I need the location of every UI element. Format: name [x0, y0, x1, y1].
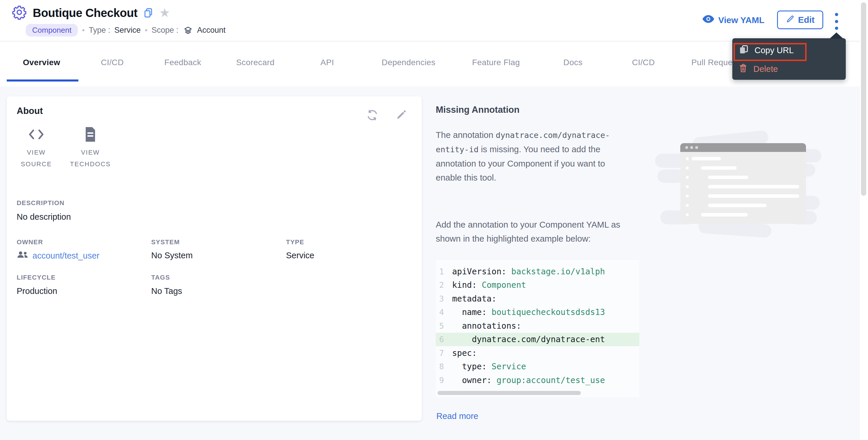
read-more-link[interactable]: Read more [436, 411, 478, 421]
type-label: Type : [89, 26, 111, 35]
tags-label: TAGS [151, 274, 170, 281]
page-title: Boutique Checkout [33, 6, 137, 20]
kind-badge: Component [26, 24, 78, 36]
pencil-icon [786, 14, 795, 26]
type-field-value: Service [286, 251, 314, 260]
view-yaml-button[interactable]: View YAML [703, 14, 765, 26]
active-tab-indicator [7, 79, 79, 81]
main-content: About VIEW SOURCE [0, 87, 860, 440]
page-header: Boutique Checkout ★ Component • Type : S… [0, 0, 860, 41]
type-value: Service [114, 26, 141, 35]
code-line: 3metadata: [436, 292, 639, 306]
code-line: 4 name: boutiquecheckoutsdsds13 [436, 306, 639, 319]
document-icon [61, 127, 120, 142]
kebab-menu-button[interactable] [832, 13, 840, 30]
system-value: No System [151, 251, 193, 260]
tab-overview[interactable]: Overview [23, 58, 60, 67]
scope-label: Scope : [152, 26, 178, 35]
yaml-code-block: 1apiVersion: backstage.io/v1alph 2kind: … [436, 260, 639, 397]
code-line: 8 type: Service [436, 360, 639, 374]
type-field-label: TYPE [286, 238, 304, 246]
menu-item-copy-url[interactable]: Copy URL [732, 42, 846, 59]
layers-icon [184, 26, 192, 35]
tags-value: No Tags [151, 286, 182, 296]
edit-button[interactable]: Edit [777, 10, 823, 29]
group-icon [17, 251, 28, 261]
tab-dependencies[interactable]: Dependencies [382, 58, 435, 67]
page-scrollbar-thumb[interactable] [861, 2, 866, 196]
entity-breadcrumb: Component • Type : Service • Scope : Acc… [26, 24, 225, 36]
menu-notch [829, 32, 843, 39]
description-value: No description [17, 212, 71, 222]
trash-icon [739, 63, 747, 75]
view-source-link[interactable]: VIEW SOURCE [11, 127, 61, 170]
code-line: 1apiVersion: backstage.io/v1alph [436, 265, 639, 278]
code-horizontal-scrollbar[interactable] [437, 391, 581, 395]
code-icon [11, 127, 61, 142]
system-label: SYSTEM [151, 238, 180, 246]
tab-cicd-2[interactable]: CI/CD [632, 58, 655, 67]
code-line: 2kind: Component [436, 278, 639, 292]
refresh-icon[interactable] [366, 109, 379, 122]
tab-feature-flag[interactable]: Feature Flag [472, 58, 520, 67]
owner-label: OWNER [17, 238, 43, 246]
menu-item-delete[interactable]: Delete [732, 61, 846, 77]
annotation-instruction: Add the annotation to your Component YAM… [436, 218, 631, 246]
favorite-star-button[interactable]: ★ [159, 7, 170, 19]
about-card-title: About [17, 106, 43, 116]
edit-about-icon[interactable] [395, 109, 407, 122]
tab-feedback[interactable]: Feedback [164, 58, 201, 67]
browser-window-illustration [654, 126, 824, 241]
annotation-description: The annotation dynatrace.com/dynatrace-e… [436, 128, 631, 184]
owner-link[interactable]: account/test_user [17, 251, 99, 261]
lifecycle-label: LIFECYCLE [17, 274, 56, 281]
tab-docs[interactable]: Docs [563, 58, 582, 67]
code-line: 9 owner: group:account/test_use [436, 373, 639, 387]
tab-bar: Overview CI/CD Feedback Scorecard API De… [0, 41, 860, 87]
code-line: 7spec: [436, 346, 639, 360]
missing-annotation-title: Missing Annotation [436, 105, 519, 115]
tab-scorecard[interactable]: Scorecard [236, 58, 274, 67]
copy-entity-name-button[interactable] [143, 7, 153, 19]
copy-icon [739, 44, 749, 57]
lifecycle-value: Production [17, 286, 57, 296]
scope-value: Account [197, 26, 226, 35]
description-label: DESCRIPTION [17, 199, 65, 207]
tab-cicd[interactable]: CI/CD [101, 58, 124, 67]
about-card: About VIEW SOURCE [7, 96, 422, 421]
view-techdocs-link[interactable]: VIEW TECHDOCS [61, 127, 120, 170]
tab-api[interactable]: API [320, 58, 334, 67]
eye-icon [703, 14, 714, 26]
code-line-highlighted: 6 dynatrace.com/dynatrace-ent [436, 333, 639, 346]
code-line: 5 annotations: [436, 319, 639, 333]
component-gear-icon [12, 5, 27, 21]
entity-actions-menu: Copy URL Delete [732, 38, 846, 80]
